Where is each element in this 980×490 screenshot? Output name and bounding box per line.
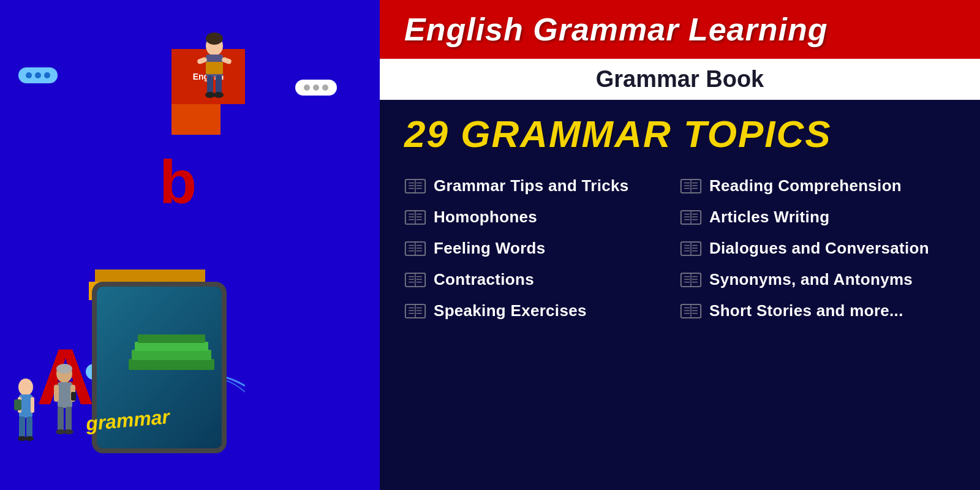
svg-point-24: [56, 364, 72, 374]
svg-point-10: [214, 92, 224, 98]
topic-item-contractions[interactable]: Contractions: [404, 264, 680, 295]
topic-item-articles-writing[interactable]: Articles Writing: [680, 202, 956, 233]
subtitle: Grammar Book: [404, 66, 956, 92]
book-icon-3: [404, 239, 426, 258]
left-panel: English b: [0, 0, 380, 490]
book-icon-5: [404, 302, 426, 320]
svg-rect-3: [138, 334, 205, 343]
svg-rect-7: [207, 75, 213, 94]
box-orange: [95, 270, 205, 282]
svg-rect-2: [135, 342, 208, 351]
book-icon-8: [680, 239, 702, 258]
topics-left-column: Grammar Tips and Tricks Homophones: [404, 170, 680, 478]
topic-label-contractions: Contractions: [434, 270, 534, 289]
topic-item-reading-comprehension[interactable]: Reading Comprehension: [680, 170, 956, 202]
svg-point-5: [206, 32, 223, 45]
svg-point-22: [25, 436, 34, 441]
svg-rect-29: [58, 407, 64, 431]
book-icon-1: [404, 177, 426, 195]
topic-label-short-stories: Short Stories and more...: [709, 301, 903, 320]
book-icon-10: [680, 302, 702, 320]
topic-label-reading-comprehension: Reading Comprehension: [709, 176, 902, 195]
topic-label-speaking-exercises: Speaking Exercises: [434, 301, 587, 320]
svg-rect-20: [26, 417, 32, 438]
books-green: [123, 328, 221, 380]
title-bar: English Grammar Learning: [380, 0, 980, 59]
svg-rect-19: [19, 417, 25, 438]
svg-point-14: [18, 379, 33, 396]
svg-rect-8: [216, 75, 222, 94]
topics-right-column: Reading Comprehension Articles Writing: [680, 170, 956, 478]
svg-rect-28: [71, 392, 76, 401]
topic-label-dialogues-conversation: Dialogues and Conversation: [709, 239, 929, 258]
topic-label-synonyms-antonyms: Synonyms, and Antonyms: [709, 270, 913, 289]
topic-item-feeling-words[interactable]: Feeling Words: [404, 233, 680, 264]
svg-rect-0: [129, 359, 214, 370]
svg-rect-25: [58, 382, 72, 408]
chat-bubble-left: [18, 67, 58, 83]
topic-item-dialogues-conversation[interactable]: Dialogues and Conversation: [680, 233, 956, 264]
topic-label-grammar-tips: Grammar Tips and Tricks: [434, 176, 629, 195]
svg-point-32: [64, 429, 74, 434]
letter-b: b: [159, 147, 197, 217]
svg-point-21: [18, 436, 26, 441]
topic-item-homophones[interactable]: Homophones: [404, 202, 680, 233]
svg-rect-13: [206, 62, 223, 74]
book-icon-4: [404, 271, 426, 289]
right-panel: English Grammar Learning Grammar Book 29…: [380, 0, 980, 490]
red-block-small: [172, 104, 221, 135]
main-title: English Grammar Learning: [404, 11, 956, 48]
book-icon-6: [680, 177, 702, 195]
topic-label-articles-writing: Articles Writing: [709, 208, 829, 227]
svg-rect-17: [31, 397, 34, 413]
svg-point-9: [205, 92, 215, 98]
chat-bubble-right: [295, 80, 337, 96]
topics-grid: Grammar Tips and Tricks Homophones: [404, 170, 956, 478]
main-content: 29 GRAMMAR TOPICS Grammar Ti: [380, 100, 980, 490]
persons-standing: [9, 361, 81, 453]
person-sitting: [190, 28, 239, 104]
svg-rect-18: [14, 399, 21, 410]
book-icon-2: [404, 208, 426, 227]
topic-label-homophones: Homophones: [434, 208, 537, 227]
svg-rect-1: [132, 350, 211, 360]
topic-item-speaking-exercises[interactable]: Speaking Exercises: [404, 295, 680, 326]
topic-item-short-stories[interactable]: Short Stories and more...: [680, 295, 956, 326]
svg-rect-26: [54, 385, 59, 402]
topic-item-grammar-tips[interactable]: Grammar Tips and Tricks: [404, 170, 680, 202]
topics-heading: 29 GRAMMAR TOPICS: [404, 112, 956, 156]
svg-rect-30: [66, 407, 72, 431]
book-icon-9: [680, 271, 702, 289]
topic-label-feeling-words: Feeling Words: [434, 239, 546, 258]
topic-item-synonyms-antonyms[interactable]: Synonyms, and Antonyms: [680, 264, 956, 295]
book-icon-7: [680, 208, 702, 227]
subtitle-bar: Grammar Book: [380, 59, 980, 100]
